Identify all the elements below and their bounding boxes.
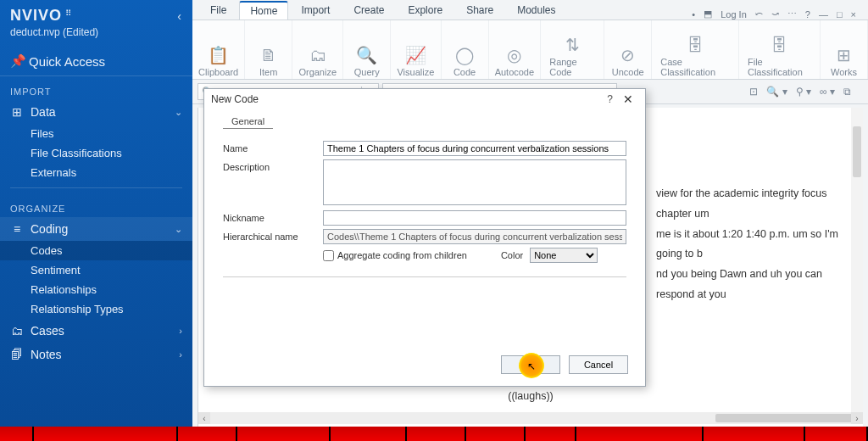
ribbon-item[interactable]: 🗎Item <box>245 20 292 79</box>
title-tools: • ⬒ Log In ⤺ ⤻ ⋯ ? — □ × <box>690 8 861 20</box>
checkbox-aggregate[interactable]: Aggregate coding from children <box>323 250 467 261</box>
nav-sentiment[interactable]: Sentiment <box>0 260 192 280</box>
nav-file-classifications[interactable]: File Classifications <box>0 143 192 163</box>
ribbon-uncode[interactable]: ⊘Uncode <box>604 20 652 79</box>
title-tool[interactable]: ⤻ <box>770 8 781 20</box>
nav-notes[interactable]: 🗐 Notes › <box>0 343 192 366</box>
section-import: IMPORT <box>0 76 192 100</box>
ribbon-icon: ◯ <box>455 45 474 65</box>
ribbon-range-code[interactable]: ⇅Range Code <box>541 20 604 79</box>
title-tool[interactable]: • <box>690 9 697 20</box>
vertical-scrollbar[interactable] <box>851 108 863 412</box>
chevron-down-icon: ⌄ <box>175 107 182 118</box>
doc-tool[interactable]: ⊡ <box>749 86 758 98</box>
checkbox-aggregate-input[interactable] <box>323 250 334 261</box>
ribbon-icon: ⊘ <box>620 45 635 65</box>
quick-access[interactable]: 📌 Quick Access <box>0 47 192 76</box>
label-description: Description <box>223 159 314 172</box>
seek-segment[interactable] <box>526 427 576 441</box>
nav-data[interactable]: ⊞ Data ⌄ <box>0 100 192 124</box>
briefcase-icon: 🗂 <box>10 324 24 338</box>
help-icon[interactable]: ? <box>804 9 812 20</box>
label-name: Name <box>223 141 314 154</box>
login-button[interactable]: Log In <box>719 9 748 20</box>
ribbon-case-classification[interactable]: 🗄Case Classification <box>652 20 739 79</box>
seek-segment[interactable] <box>0 427 34 441</box>
title-tool[interactable]: ⋯ <box>786 8 798 20</box>
ribbon-file-classification[interactable]: 🗄File Classification <box>739 20 821 79</box>
nav-coding[interactable]: ≡ Coding ⌄ <box>0 217 192 241</box>
ok-button[interactable]: ↖ <box>501 355 560 374</box>
nav-notes-label: Notes <box>31 348 62 361</box>
seek-segment[interactable] <box>704 427 805 441</box>
scroll-right-icon[interactable]: › <box>851 412 863 424</box>
menu-tab-import[interactable]: Import <box>290 1 341 20</box>
seek-segment[interactable] <box>576 427 704 441</box>
label-hierarchical: Hierarchical name <box>223 229 314 242</box>
menu-tab-home[interactable]: Home <box>239 1 288 20</box>
ribbon-clipboard[interactable]: 📋Clipboard <box>192 20 245 79</box>
seek-segment[interactable] <box>331 427 407 441</box>
seek-segment[interactable] <box>805 427 868 441</box>
doc-tools: ⊡ 🔍 ▾ ⚲ ▾ ∞ ▾ ⧉ <box>749 86 863 98</box>
doc-tool[interactable]: ⧉ <box>843 86 851 98</box>
title-tool[interactable]: ⬒ <box>702 8 714 20</box>
grid-icon: ⊞ <box>10 105 24 119</box>
ribbon-works[interactable]: ⊞Works <box>821 20 868 79</box>
menu-tab-file[interactable]: File <box>199 1 237 20</box>
menu-tab-share[interactable]: Share <box>455 1 504 20</box>
nav-codes[interactable]: Codes <box>0 241 192 260</box>
input-description[interactable] <box>323 159 626 205</box>
maximize-icon[interactable]: □ <box>835 9 844 20</box>
sidebar: NVIVO ⠿ ‹ deduct.nvp (Edited) 📌 Quick Ac… <box>0 0 192 441</box>
dialog-help-icon[interactable]: ? <box>602 93 618 105</box>
input-name[interactable] <box>323 141 626 156</box>
doc-tool[interactable]: ⚲ ▾ <box>796 86 811 98</box>
project-filename: deduct.nvp (Edited) <box>0 26 192 47</box>
collapse-sidebar-button[interactable]: ‹ <box>177 9 182 23</box>
title-tool[interactable]: ⤺ <box>754 8 765 20</box>
seek-segment[interactable] <box>407 427 466 441</box>
doc-tool[interactable]: ∞ ▾ <box>820 86 835 98</box>
nav-files[interactable]: Files <box>0 124 192 143</box>
logo-dots-icon: ⠿ <box>65 8 70 18</box>
ribbon-autocode[interactable]: ◎Autocode <box>489 20 542 79</box>
ribbon-icon: 📋 <box>208 45 229 65</box>
checkbox-aggregate-label: Aggregate coding from children <box>337 250 467 260</box>
close-icon[interactable]: × <box>849 9 858 20</box>
dialog-close-icon[interactable]: ✕ <box>618 92 638 106</box>
ribbon-icon: 🗂 <box>309 46 326 65</box>
nav-cases[interactable]: 🗂 Cases › <box>0 319 192 343</box>
nav-externals[interactable]: Externals <box>0 163 192 182</box>
seek-segment[interactable] <box>237 427 331 441</box>
dialog-tab-general[interactable]: General <box>223 114 273 129</box>
ribbon-query[interactable]: 🔍Query <box>343 20 391 79</box>
menu-tab-modules[interactable]: Modules <box>506 1 566 20</box>
seek-segment[interactable] <box>178 427 237 441</box>
ribbon-visualize[interactable]: 📈Visualize <box>391 20 441 79</box>
select-color[interactable]: None <box>530 248 598 263</box>
pin-icon: 📌 <box>10 53 24 69</box>
ribbon-code[interactable]: ◯Code <box>442 20 489 79</box>
seek-segment[interactable] <box>34 427 178 441</box>
horizontal-scrollbar[interactable]: ‹ › <box>198 412 863 424</box>
doc-tool[interactable]: 🔍 ▾ <box>766 86 787 98</box>
ribbon-icon: 🗄 <box>687 36 704 55</box>
ribbon: 📋Clipboard🗎Item🗂Organize🔍Query📈Visualize… <box>192 20 868 80</box>
ribbon-icon: ◎ <box>507 45 521 65</box>
ribbon-icon: 🔍 <box>356 45 377 65</box>
ribbon-organize[interactable]: 🗂Organize <box>292 20 343 79</box>
menu-tab-create[interactable]: Create <box>342 1 395 20</box>
video-seek-bar[interactable] <box>0 427 868 441</box>
doc-line: view for the academic integrity focus ch… <box>656 184 854 225</box>
chevron-right-icon: › <box>179 326 182 336</box>
minimize-icon[interactable]: — <box>817 9 830 20</box>
cancel-button[interactable]: Cancel <box>569 355 628 374</box>
nav-relationships[interactable]: Relationships <box>0 280 192 299</box>
seek-segment[interactable] <box>466 427 526 441</box>
menu-tab-explore[interactable]: Explore <box>397 1 453 20</box>
input-nickname[interactable] <box>323 210 626 226</box>
nav-coding-label: Coding <box>31 222 68 236</box>
scroll-left-icon[interactable]: ‹ <box>198 412 210 424</box>
nav-relationship-types[interactable]: Relationship Types <box>0 299 192 319</box>
